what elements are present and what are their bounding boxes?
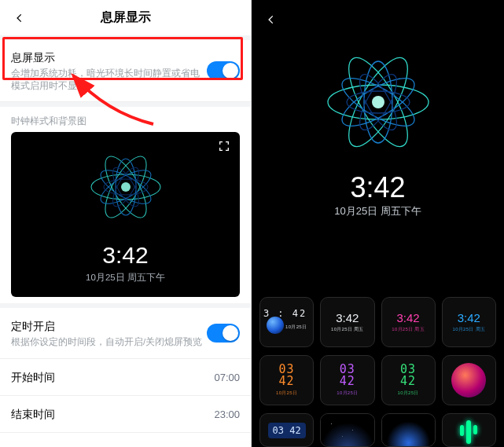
flower-pattern-icon (79, 140, 173, 234)
tile-time: 3:42 (336, 312, 359, 324)
schedule-toggle-switch[interactable] (207, 324, 240, 343)
page-title: 息屏显示 (11, 9, 240, 26)
end-time-value: 23:00 (214, 409, 240, 420)
tile-date: 10月25日 周五 (331, 326, 364, 333)
clock-style-section-label: 时钟样式和背景图 (0, 107, 251, 132)
tile-date: 10月25日 (285, 324, 307, 331)
aod-style-tile[interactable]: 3:42 10月25日 周五 (442, 297, 496, 347)
tile-time: 03 42 (340, 364, 355, 387)
aod-style-tile[interactable] (381, 413, 436, 447)
schedule-title: 定时开启 (11, 318, 207, 334)
flower-pattern-icon (311, 35, 445, 169)
aod-hero-preview: 3:42 10月25日 周五下午 (252, 0, 504, 259)
schedule-toggle-row[interactable]: 定时开启 根据你设定的时间段，自动开启/关闭熄屏预览 (0, 308, 251, 359)
aod-toggle-title: 息屏显示 (11, 49, 207, 65)
aod-style-tile[interactable]: 3 : 42 10月25日 (259, 297, 314, 347)
tile-time: 3:42 (397, 312, 420, 324)
start-time-label: 开始时间 (11, 369, 55, 385)
svg-point-9 (121, 182, 131, 192)
aod-style-tile[interactable]: 03 42 10月25日 (381, 355, 436, 405)
tile-time: 03 42 (279, 364, 295, 387)
aod-style-grid-row1: 3 : 42 10月25日 3:42 10月25日 周五 3:42 10月25日… (259, 297, 496, 347)
aod-style-tile[interactable]: 03 42 10月25日 (259, 355, 314, 405)
hero-date: 10月25日 周五下午 (252, 204, 504, 218)
tile-date: 10月25日 周五 (453, 326, 486, 333)
svg-point-19 (372, 96, 384, 108)
aod-style-tile[interactable]: 3:42 10月25日 周五 (320, 297, 374, 347)
aod-style-grid-row2: 03 42 10月25日 03 42 10月25日 03 42 10月25日 (259, 355, 496, 405)
start-time-row[interactable]: 开始时间 07:00 (0, 359, 251, 396)
tile-time: 03 42 (268, 423, 306, 438)
start-time-value: 07:00 (214, 372, 240, 383)
aod-style-tile[interactable] (320, 413, 374, 447)
hero-time: 3:42 (252, 171, 504, 204)
aod-style-grid-row3: 03 42 (259, 413, 496, 447)
tile-date: 10月25日 (337, 390, 358, 397)
settings-panel: 息屏显示 息屏显示 会增加系统功耗，暗光环境长时间静置或省电模式启用时不显示 时… (0, 0, 252, 447)
left-header: 息屏显示 (0, 0, 251, 35)
tile-time: 03 42 (400, 364, 416, 387)
globe-icon (267, 317, 284, 334)
aod-toggle-switch[interactable] (207, 61, 240, 80)
tile-date: 10月25日 (276, 390, 297, 397)
aod-style-tile[interactable]: 03 42 (259, 413, 314, 447)
schedule-subtitle: 根据你设定的时间段，自动开启/关闭熄屏预览 (11, 335, 207, 348)
end-time-row[interactable]: 结束时间 23:00 (0, 396, 251, 433)
preview-time: 3:42 (11, 242, 240, 269)
tile-date: 10月25日 (398, 390, 419, 397)
starfield-icon (321, 414, 373, 446)
tile-time: 3 : 42 (263, 309, 307, 318)
aod-gallery-panel: 3:42 10月25日 周五下午 3 : 42 10月25日 3:42 10月2… (252, 0, 504, 447)
aod-style-tile[interactable]: 3:42 10月25日 周五 (381, 297, 436, 347)
tile-time: 3:42 (458, 312, 480, 324)
end-time-label: 结束时间 (11, 406, 55, 422)
planet-horizon-icon (382, 414, 435, 446)
preview-date: 10月25日 周五下午 (11, 272, 240, 284)
aod-toggle-row[interactable]: 息屏显示 会增加系统功耗，暗光环境长时间静置或省电模式启用时不显示 (0, 40, 251, 102)
aod-style-tile[interactable] (442, 413, 496, 447)
clock-style-preview[interactable]: 3:42 10月25日 周五下午 (11, 132, 240, 297)
abstract-blob-icon (451, 363, 486, 398)
tile-date: 10月25日 周五 (392, 326, 425, 333)
aod-style-tile[interactable] (442, 355, 496, 405)
aod-style-tile[interactable]: 03 42 10月25日 (320, 355, 374, 405)
aod-toggle-subtitle: 会增加系统功耗，暗光环境长时间静置或省电模式启用时不显示 (11, 67, 207, 92)
fullscreen-icon[interactable] (216, 138, 232, 154)
cactus-icon (458, 417, 479, 444)
